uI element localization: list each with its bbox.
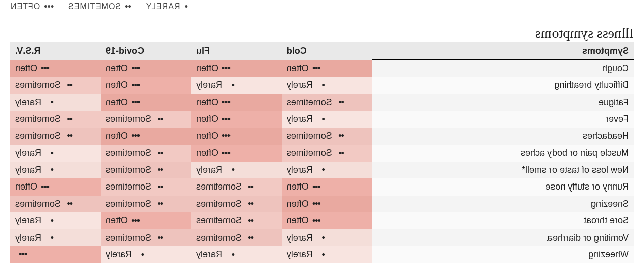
symptom-table: Symptoms Cold Flu Covid-19 R.S.V. Cough•… <box>10 42 634 263</box>
freq-dots-icon: ••• <box>310 216 321 225</box>
freq-cell: ••Sometimes <box>10 111 101 128</box>
freq-label: Rarely <box>287 163 313 177</box>
freq-dots-icon: • <box>42 233 54 242</box>
table-row: Runny or stuffy nose•••Often••Sometimes•… <box>10 178 634 196</box>
freq-cell: ••Sometimes <box>10 77 101 94</box>
freq-dots-icon: ••• <box>219 149 231 158</box>
table-row: Cough•••Often•••Often•••Often•••Often <box>10 60 634 77</box>
freq-cell: •••Often <box>191 60 282 77</box>
freq-cell: •••Often <box>191 128 282 145</box>
symptom-name: Headaches <box>372 128 634 145</box>
freq-cell: ••Sometimes <box>10 128 101 145</box>
symptom-name: Runny or stuffy nose <box>372 178 634 196</box>
freq-label: Sometimes <box>196 231 242 245</box>
freq-label: Often <box>196 112 218 126</box>
table-row: Fever•Rarely•••Often••Sometimes••Sometim… <box>10 111 634 128</box>
freq-cell: •••Often <box>101 77 191 94</box>
table-row: Headaches••Sometimes•••Often•••Often••So… <box>10 128 634 145</box>
freq-dots-icon: •• <box>243 233 254 242</box>
freq-label: Rarely <box>15 231 41 245</box>
freq-label: Sometimes <box>196 180 242 194</box>
freq-cell: •Rarely <box>10 212 101 229</box>
freq-label: Sometimes <box>106 180 151 194</box>
freq-label: Often <box>196 146 218 160</box>
symptom-name: New loss of taste or smell* <box>372 162 634 179</box>
freq-label: Often <box>196 129 218 143</box>
symptom-name: Wheezing <box>372 246 634 263</box>
freq-dots-icon: • <box>314 250 325 259</box>
freq-cell: •••Often <box>191 111 282 128</box>
freq-label: Rarely <box>287 112 313 126</box>
freq-cell: •••Often <box>101 212 191 229</box>
freq-dots-icon: • <box>42 149 54 158</box>
table-header-row: Symptoms Cold Flu Covid-19 R.S.V. <box>10 42 634 60</box>
freq-cell: •Rarely <box>10 94 101 111</box>
freq-dots-icon: •• <box>152 182 163 192</box>
freq-label: Sometimes <box>15 129 61 143</box>
freq-dots-icon: •• <box>243 216 254 225</box>
freq-cell: •••Often <box>191 94 282 111</box>
freq-cell: •Rarely <box>10 229 101 247</box>
freq-cell: •••Often <box>282 178 372 196</box>
freq-dots-icon: ••• <box>310 64 321 73</box>
freq-cell: •Rarely <box>191 246 282 263</box>
freq-dots-icon: ••• <box>129 64 140 73</box>
freq-dots-icon: • <box>314 115 325 124</box>
freq-dots-icon: ••• <box>219 64 231 73</box>
freq-label: Rarely <box>15 214 41 227</box>
freq-cell: ••Sometimes <box>191 178 282 196</box>
legend-rarely: • RARELY <box>146 2 188 11</box>
freq-label: Sometimes <box>106 112 151 126</box>
freq-dots-icon: ••• <box>310 182 321 192</box>
freq-cell: ••Sometimes <box>101 229 191 247</box>
freq-cell: •Rarely <box>191 162 282 179</box>
freq-cell: •Rarely <box>10 162 101 179</box>
freq-cell: ••Sometimes <box>101 162 191 179</box>
freq-label: Often <box>196 62 218 75</box>
freq-dots-icon: ••• <box>219 131 231 141</box>
freq-cell: ••Sometimes <box>101 196 191 213</box>
symptom-name: Difficulty breathing <box>372 77 634 94</box>
freq-dots-icon: • <box>314 165 325 174</box>
header-illness-1: Flu <box>191 42 282 60</box>
freq-label: Often <box>15 62 37 75</box>
freq-dots-icon: ••• <box>16 250 27 259</box>
legend-sometimes-dots: •• <box>125 2 131 11</box>
freq-cell: ••Sometimes <box>191 196 282 213</box>
freq-dots-icon: •• <box>243 199 254 208</box>
freq-label: Often <box>287 197 309 211</box>
header-illness-0: Cold <box>282 42 372 60</box>
table-row: Wheezing•Rarely•Rarely•Rarely••• <box>10 246 634 263</box>
header-illness-2: Covid-19 <box>101 42 191 60</box>
symptom-name: Fatigue <box>372 94 634 111</box>
freq-dots-icon: ••• <box>129 81 140 90</box>
header-illness-3: R.S.V. <box>10 42 101 60</box>
freq-cell: •Rarely <box>282 246 372 263</box>
freq-dots-icon: • <box>223 250 235 259</box>
symptom-name: Vomiting or diarrhea <box>372 229 634 247</box>
freq-label: Sometimes <box>196 197 242 211</box>
symptom-name: Sneezing <box>372 196 634 213</box>
table-row: Vomiting or diarrhea•Rarely••Sometimes••… <box>10 229 634 247</box>
freq-cell: ••Sometimes <box>282 145 372 162</box>
freq-label: Sometimes <box>106 163 151 177</box>
legend-rarely-dots: • <box>185 2 188 11</box>
freq-label: Often <box>287 62 309 75</box>
symptom-name: Cough <box>372 60 634 77</box>
chart-title: Illness symptoms <box>10 25 634 41</box>
freq-cell: ••Sometimes <box>10 196 101 213</box>
table-row: Sore throat•••Often••Sometimes•••Often•R… <box>10 212 634 229</box>
freq-dots-icon: • <box>42 98 54 107</box>
freq-cell: •Rarely <box>10 145 101 162</box>
freq-cell: •Rarely <box>101 246 191 263</box>
freq-cell: •••Often <box>101 60 191 77</box>
freq-cell: ••Sometimes <box>282 94 372 111</box>
freq-label: Rarely <box>196 248 222 261</box>
freq-dots-icon: •• <box>333 98 344 107</box>
freq-dots-icon: •• <box>333 149 344 158</box>
freq-cell: ••Sometimes <box>191 229 282 247</box>
freq-label: Sometimes <box>196 214 242 227</box>
freq-label: Rarely <box>196 78 222 92</box>
freq-cell: ••Sometimes <box>101 178 191 196</box>
freq-label: Sometimes <box>106 146 151 160</box>
